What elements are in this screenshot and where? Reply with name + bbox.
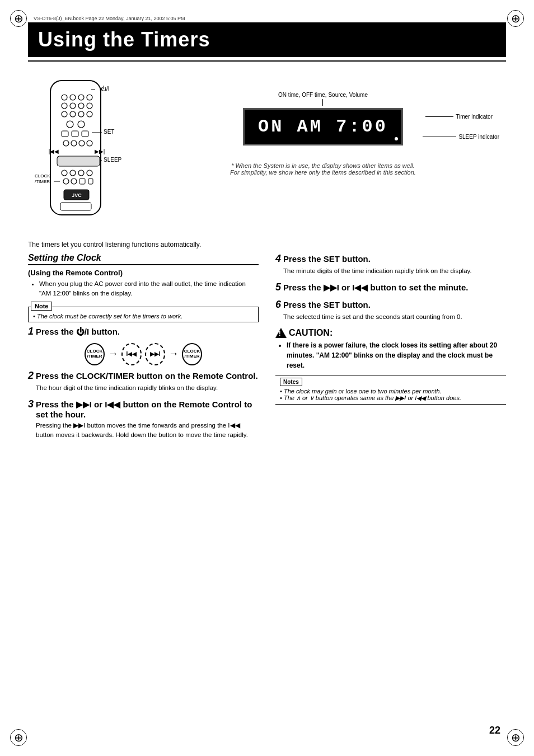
diagram-circle-1: I◀◀ (121, 343, 142, 365)
step-1-label: Press the ⏻/I button. (36, 327, 120, 336)
arrow-1: → (168, 348, 179, 360)
note-box: Note • The clock must be correctly set f… (28, 307, 259, 322)
step-diagram: CLOCK/TIMER → I◀◀ ▶▶I → CLOCK/TIMER (28, 343, 259, 365)
display-text: ON AM 7:00 (258, 116, 388, 137)
svg-text:SLEEP: SLEEP (104, 157, 122, 163)
corner-mark-tl (10, 10, 27, 27)
caption-line2: For simplicity, we show here only the it… (230, 169, 416, 176)
svg-point-14 (78, 121, 85, 128)
caution-triangle-icon (275, 328, 287, 338)
svg-point-21 (87, 140, 92, 146)
section-title: Setting the Clock (28, 253, 259, 265)
step-4-label: Press the SET button. (283, 254, 371, 264)
left-column: Setting the Clock (Using the Remote Cont… (28, 253, 259, 445)
diagram-area: |◀◀ ▶▶| JVC ⏻/I (28, 69, 506, 236)
svg-point-25 (62, 170, 67, 176)
step-4: 4 Press the SET button. The minute digit… (275, 253, 506, 276)
display-panel: ON AM 7:00 (243, 108, 403, 145)
display-label-text: ON time, OFF time, Source, Volume (278, 92, 368, 98)
step-1: 1 Press the ⏻/I button. (28, 326, 259, 337)
step-4-num: 4 (275, 253, 281, 265)
display-panel-outer: ON AM 7:00 Timer indicator SLEEP indicat… (243, 108, 403, 145)
svg-text:/TIMER: /TIMER (35, 179, 50, 184)
note-label: Note (31, 302, 52, 311)
svg-point-12 (87, 111, 92, 117)
caution-bullet-list: If there is a power failure, the clock l… (275, 340, 506, 370)
note-item-0: • The clock may gain or lose one to two … (280, 388, 502, 395)
step-3-num: 3 (28, 398, 34, 410)
caution-bullet: If there is a power failure, the clock l… (287, 340, 506, 370)
svg-rect-32 (88, 179, 93, 184)
diagram-circle-2: ▶▶I (145, 343, 165, 365)
svg-rect-35 (60, 203, 91, 210)
right-column: 4 Press the SET button. The minute digit… (275, 253, 506, 445)
sleep-indicator-annotation: SLEEP indicator (423, 134, 499, 140)
step-6-body: The selected time is set and the seconds… (275, 312, 506, 322)
step-6-num: 6 (275, 299, 281, 311)
remote-svg: |◀◀ ▶▶| JVC ⏻/I (34, 75, 123, 232)
step-2-num: 2 (28, 370, 34, 382)
step-1-heading: 1 Press the ⏻/I button. (28, 326, 259, 337)
remote-control-diagram: |◀◀ ▶▶| JVC ⏻/I (34, 75, 123, 233)
svg-text:SET: SET (104, 129, 114, 135)
svg-point-1 (62, 95, 67, 100)
title-underline (28, 60, 506, 62)
svg-point-26 (70, 170, 76, 176)
svg-text:JVC: JVC (72, 192, 82, 198)
step-2-body: The hour digit of the time indication ra… (28, 383, 259, 393)
intro-bullet: When you plug the AC power cord into the… (39, 279, 259, 299)
display-panel-area: ON time, OFF time, Source, Volume ON AM … (146, 75, 500, 176)
two-col-layout: Setting the Clock (Using the Remote Cont… (28, 253, 506, 445)
svg-text:|◀◀: |◀◀ (49, 148, 59, 154)
svg-point-2 (70, 95, 76, 100)
svg-point-3 (78, 95, 84, 100)
svg-rect-31 (79, 179, 85, 184)
corner-mark-bl (10, 729, 27, 746)
note-text: • The clock must be correctly set for th… (33, 313, 254, 320)
svg-rect-17 (82, 131, 88, 137)
timer-indicator-annotation: Timer indicator (425, 114, 493, 120)
svg-rect-24 (57, 156, 100, 166)
arrow-0: → (108, 348, 118, 360)
step-6-heading: 6 Press the SET button. (275, 299, 506, 311)
step-1-num: 1 (28, 326, 34, 337)
step-3-heading: 3 Press the ▶▶I or I◀◀ button on the Rem… (28, 398, 259, 419)
note-item-1: • The ∧ or ∨ button operates same as the… (280, 395, 502, 402)
svg-point-13 (67, 121, 73, 128)
step-2-heading: 2 Press the CLOCK/TIMER button on the Re… (28, 370, 259, 382)
step-6: 6 Press the SET button. The selected tim… (275, 299, 506, 322)
step-2: 2 Press the CLOCK/TIMER button on the Re… (28, 370, 259, 393)
svg-point-5 (62, 103, 67, 109)
section-subtitle: (Using the Remote Control) (28, 269, 259, 277)
intro-text: The timers let you control listening fun… (28, 241, 506, 248)
svg-point-8 (87, 103, 92, 109)
caption-line1: * When the System is in use, the display… (230, 162, 416, 169)
svg-point-27 (78, 170, 84, 176)
svg-point-7 (78, 103, 84, 109)
intro-bullet-list: When you plug the AC power cord into the… (28, 279, 259, 299)
step-3-body: Pressing the ▶▶I button moves the time f… (28, 421, 259, 440)
caption-area: * When the System is in use, the display… (230, 162, 416, 176)
svg-point-4 (87, 95, 92, 100)
svg-text:CLOCK: CLOCK (35, 173, 50, 179)
notes-box: Notes • The clock may gain or lose one t… (275, 375, 506, 405)
diagram-circle-0: CLOCK/TIMER (85, 343, 105, 365)
step-5: 5 Press the ▶▶I or I◀◀ button to set the… (275, 281, 506, 293)
svg-point-6 (70, 103, 76, 109)
svg-text:▶▶|: ▶▶| (95, 148, 105, 154)
svg-point-29 (63, 179, 69, 184)
svg-point-9 (62, 111, 67, 117)
step-4-heading: 4 Press the SET button. (275, 253, 506, 265)
svg-point-11 (78, 111, 84, 117)
notes-header: Notes (280, 378, 502, 386)
page-container: VS-DT6-8(J)_EN.book Page 22 Monday, Janu… (0, 0, 534, 756)
step-2-label: Press the CLOCK/TIMER button on the Remo… (36, 371, 258, 381)
caution-label: CAUTION: (289, 328, 332, 338)
svg-point-20 (79, 140, 85, 146)
caution-box: CAUTION: If there is a power failure, th… (275, 328, 506, 370)
svg-text:⏻/I: ⏻/I (101, 86, 110, 92)
svg-rect-16 (72, 131, 78, 137)
display-top-label: ON time, OFF time, Source, Volume (278, 92, 368, 106)
step-5-heading: 5 Press the ▶▶I or I◀◀ button to set the… (275, 281, 506, 293)
svg-point-28 (87, 170, 92, 176)
